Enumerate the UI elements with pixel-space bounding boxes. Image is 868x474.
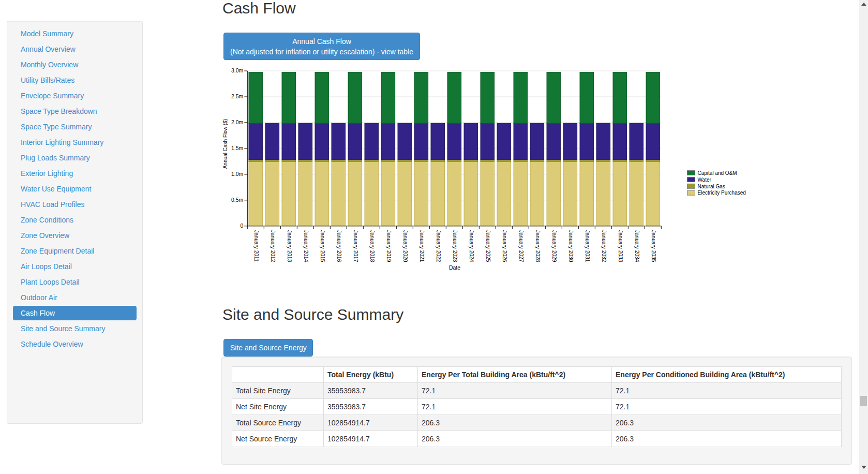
svg-text:January 2029: January 2029 [551, 230, 557, 262]
svg-text:January 2011: January 2011 [253, 230, 259, 262]
svg-text:January 2026: January 2026 [502, 230, 507, 262]
svg-text:Date: Date [449, 264, 460, 271]
svg-text:January 2027: January 2027 [518, 230, 524, 262]
svg-text:Capital and O&M: Capital and O&M [698, 170, 737, 176]
svg-text:January 2017: January 2017 [353, 230, 358, 262]
svg-text:January 2023: January 2023 [452, 230, 458, 262]
svg-text:January 2016: January 2016 [336, 230, 342, 262]
svg-text:2.0m: 2.0m [231, 119, 244, 125]
svg-text:0.5m: 0.5m [231, 197, 244, 203]
svg-text:Electricity Purchased: Electricity Purchased [698, 190, 746, 196]
svg-text:January 2022: January 2022 [436, 230, 441, 262]
svg-text:2.5m: 2.5m [231, 93, 244, 99]
svg-text:January 2024: January 2024 [469, 230, 474, 262]
svg-text:3.0m: 3.0m [231, 67, 244, 73]
svg-text:Annual Cash Flow ($): Annual Cash Flow ($) [222, 119, 228, 169]
svg-text:January 2025: January 2025 [485, 230, 491, 262]
svg-text:Natural Gas: Natural Gas [698, 184, 725, 189]
svg-text:January 2030: January 2030 [568, 230, 574, 262]
svg-text:January 2032: January 2032 [601, 230, 607, 262]
svg-text:January 2013: January 2013 [287, 230, 292, 262]
svg-text:1.0m: 1.0m [231, 171, 244, 177]
svg-text:January 2031: January 2031 [585, 230, 590, 262]
svg-text:January 2014: January 2014 [303, 230, 309, 262]
svg-text:January 2033: January 2033 [618, 230, 623, 262]
svg-text:January 2019: January 2019 [386, 230, 392, 262]
svg-text:January 2020: January 2020 [402, 230, 408, 262]
svg-text:January 2035: January 2035 [651, 230, 656, 262]
svg-text:0: 0 [240, 223, 243, 229]
svg-text:January 2034: January 2034 [634, 230, 640, 262]
svg-text:January 2012: January 2012 [270, 230, 276, 262]
svg-text:Water: Water [698, 177, 712, 183]
svg-text:January 2028: January 2028 [535, 230, 541, 262]
svg-text:1.5m: 1.5m [231, 145, 244, 151]
svg-text:January 2015: January 2015 [320, 230, 325, 262]
svg-text:January 2018: January 2018 [369, 230, 375, 262]
svg-text:January 2021: January 2021 [419, 230, 425, 262]
